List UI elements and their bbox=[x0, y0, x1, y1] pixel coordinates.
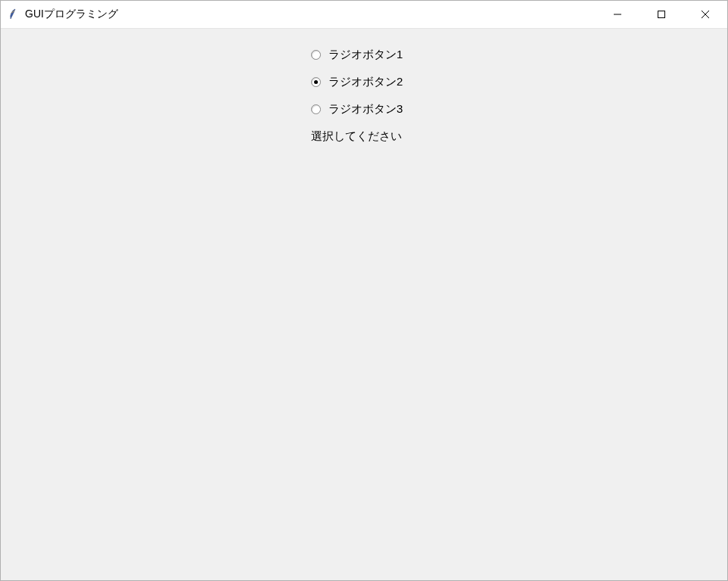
radio-option-2[interactable]: ラジオボタン2 bbox=[311, 68, 417, 95]
radio-label: ラジオボタン3 bbox=[328, 102, 403, 117]
close-icon bbox=[702, 11, 709, 18]
window-controls bbox=[596, 1, 727, 28]
radio-label: ラジオボタン1 bbox=[328, 48, 403, 62]
radio-indicator bbox=[311, 77, 321, 87]
window-title: GUIプログラミング bbox=[25, 8, 596, 21]
app-icon bbox=[7, 8, 19, 20]
svg-rect-1 bbox=[658, 11, 665, 18]
status-label: 選択してください bbox=[311, 123, 417, 150]
radio-label: ラジオボタン2 bbox=[328, 75, 403, 89]
status-text: 選択してください bbox=[311, 129, 402, 144]
radio-indicator bbox=[311, 104, 321, 114]
maximize-button[interactable] bbox=[639, 1, 683, 28]
close-button[interactable] bbox=[683, 1, 727, 28]
radio-option-3[interactable]: ラジオボタン3 bbox=[311, 95, 417, 123]
minimize-button[interactable] bbox=[596, 1, 639, 28]
maximize-icon bbox=[658, 11, 665, 18]
titlebar: GUIプログラミング bbox=[1, 1, 727, 29]
radio-indicator bbox=[311, 50, 321, 60]
minimize-icon bbox=[614, 11, 621, 18]
radio-option-1[interactable]: ラジオボタン1 bbox=[311, 41, 417, 68]
form-content: ラジオボタン1 ラジオボタン2 ラジオボタン3 選択してください bbox=[1, 41, 727, 150]
client-area: ラジオボタン1 ラジオボタン2 ラジオボタン3 選択してください bbox=[1, 29, 727, 580]
